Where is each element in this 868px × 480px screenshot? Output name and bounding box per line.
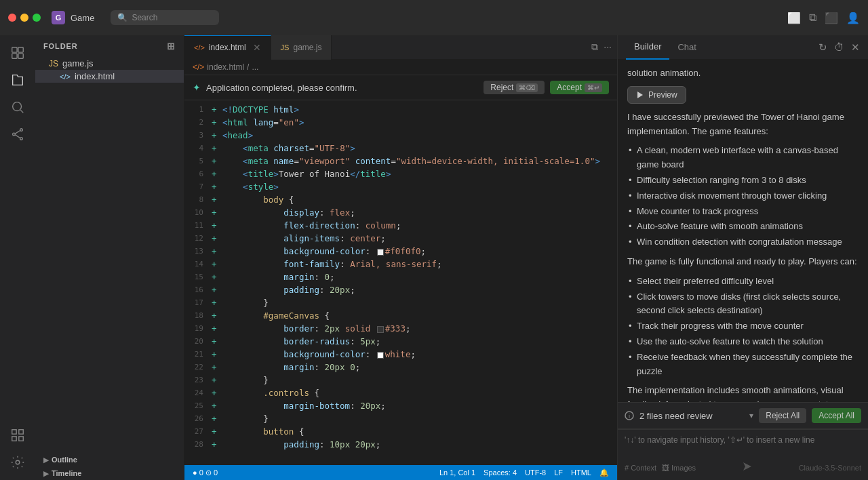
tab-label-index-html: index.html (209, 43, 246, 52)
activity-search[interactable] (5, 95, 30, 119)
preview-label: Preview (648, 90, 677, 100)
titlebar-icons: ⬜ ⧉ ⬛ 👤 (787, 12, 860, 24)
tab-close-index-html[interactable]: ✕ (253, 42, 261, 53)
accept-button[interactable]: Accept ⌘↵ (550, 81, 609, 94)
account-icon[interactable]: 👤 (846, 12, 860, 24)
feature-3: Interactive disk movement through tower … (627, 189, 859, 203)
search-placeholder: Search (132, 13, 157, 22)
reject-all-label: Reject All (766, 411, 800, 420)
preview-button[interactable]: Preview (627, 86, 686, 104)
breadcrumb-file-icon: </> (193, 62, 204, 72)
code-line-25: 25 + margin-bottom: 20px; (184, 399, 617, 412)
sidebar-section-timeline[interactable]: ▶ Timeline (35, 466, 184, 480)
refresh-icon[interactable]: ↻ (818, 41, 827, 54)
breadcrumb-sep: / (247, 62, 249, 72)
search-bar[interactable]: 🔍 Search (111, 10, 219, 25)
svg-rect-14 (19, 437, 23, 441)
code-line-23: 23 + } (184, 374, 617, 386)
code-line-8: 8 + body { (184, 193, 617, 206)
code-line-20: 20 + border-radius: 5px; (184, 335, 617, 348)
tab-actions: ⧉ ··· (586, 41, 617, 53)
code-editor[interactable]: 1 + <!DOCTYPE html> 2 + <html lang="en">… (184, 100, 617, 465)
tab-game-js[interactable]: JS game.js (271, 35, 332, 60)
sidebar-item-gamejs[interactable]: JS game.js (35, 57, 184, 70)
code-line-11: 11 + flex-direction: column; (184, 219, 617, 232)
activity-settings[interactable] (5, 450, 30, 475)
images-button[interactable]: 🖼 Images (662, 464, 696, 472)
svg-line-10 (15, 135, 20, 138)
history-icon[interactable]: ⏱ (834, 41, 844, 53)
activity-git[interactable] (5, 122, 30, 146)
tab-label-game-js: game.js (293, 43, 321, 52)
code-line-16: 16 + padding: 20px; (184, 283, 617, 296)
send-icon (742, 461, 753, 472)
review-label-text: files need review (647, 411, 713, 421)
player-action-1: Select their preferred difficulty level (627, 275, 859, 289)
breadcrumb-path: ... (252, 62, 258, 72)
svg-rect-1 (18, 47, 23, 52)
accept-all-button[interactable]: Accept All (812, 408, 861, 423)
sidebar-toggle-icon[interactable]: ⬜ (787, 12, 801, 24)
panel-tab-builder[interactable]: Builder (626, 35, 669, 60)
panel-players-intro: The game is fully functional and ready t… (627, 255, 859, 269)
app-title: Game (71, 13, 94, 23)
hash-icon: # (625, 464, 629, 472)
send-button[interactable] (742, 461, 753, 475)
tab-index-html[interactable]: </> index.html ✕ (184, 35, 271, 60)
chat-tab-label: Chat (677, 42, 696, 52)
code-line-22: 22 + margin: 20px 0; (184, 361, 617, 374)
chat-input-area: # Context 🖼 Images Claude-3.5-Sonnet (618, 429, 868, 480)
close-button[interactable] (8, 14, 16, 22)
context-button[interactable]: # Context (625, 464, 656, 472)
sidebar: Folder ⊞ JS game.js </> index.html ▶ Out… (35, 35, 184, 480)
panel-tabs: Builder Chat ↻ ⏱ ✕ (618, 35, 868, 60)
outline-label: Outline (52, 456, 77, 464)
context-label: Context (631, 464, 656, 472)
new-file-icon[interactable]: ⊞ (167, 41, 176, 52)
code-line-3: 3 + <head> (184, 129, 617, 142)
notification-bar: ✦ Application completed, please confirm.… (184, 75, 617, 100)
activity-extensions[interactable] (5, 423, 30, 447)
main-content: Folder ⊞ JS game.js </> index.html ▶ Out… (0, 35, 868, 480)
panel-content: solution animation. Preview I have succe… (618, 60, 868, 402)
split-editor-icon[interactable]: ⧉ (809, 12, 816, 24)
sidebar-section-outline[interactable]: ▶ Outline (35, 453, 184, 466)
images-label: Images (671, 464, 696, 472)
activity-explorer[interactable] (5, 41, 30, 65)
code-line-15: 15 + margin: 0; (184, 271, 617, 283)
code-line-10: 10 + display: flex; (184, 206, 617, 219)
more-actions-icon[interactable]: ··· (604, 41, 612, 53)
sidebar-item-indexhtml[interactable]: </> index.html (35, 70, 184, 83)
maximize-button[interactable] (33, 14, 41, 22)
player-action-2: Click towers to move disks (first click … (627, 290, 859, 319)
code-line-24: 24 + .controls { (184, 386, 617, 399)
panel-intro-text: solution animation. (627, 66, 859, 81)
status-dots: ● 0 ⊙ 0 (193, 468, 218, 477)
panel-toggle-icon[interactable]: ⬛ (825, 12, 838, 24)
model-label: Claude-3.5-Sonnet (799, 464, 861, 472)
review-count-text: 2 files need review (639, 411, 744, 421)
code-line-2: 2 + <html lang="en"> (184, 116, 617, 129)
editor-tabs: </> index.html ✕ JS game.js ⧉ ··· (184, 35, 617, 60)
review-icon: i (625, 411, 634, 420)
traffic-lights (8, 14, 41, 22)
svg-point-8 (20, 138, 23, 140)
split-editor-icon[interactable]: ⧉ (591, 41, 598, 53)
panel-features-list: A clean, modern web interface with a can… (627, 144, 859, 249)
svg-point-6 (20, 129, 23, 132)
svg-point-4 (13, 102, 22, 111)
close-panel-icon[interactable]: ✕ (851, 41, 860, 54)
reject-all-button[interactable]: Reject All (759, 408, 806, 423)
status-eol: LF (554, 468, 563, 477)
review-dropdown-icon[interactable]: ▾ (749, 411, 753, 420)
reject-button[interactable]: Reject ⌘⌫ (484, 81, 545, 94)
panel-content-intro: I have successfully previewed the Tower … (627, 111, 859, 139)
svg-rect-2 (12, 54, 17, 58)
code-line-6: 6 + <title>Tower of Hanoi</title> (184, 167, 617, 180)
activity-files[interactable] (5, 68, 30, 92)
chat-input[interactable] (625, 435, 861, 454)
feature-4: Move counter to track progress (627, 205, 859, 219)
minimize-button[interactable] (20, 14, 28, 22)
panel-tab-chat[interactable]: Chat (669, 35, 704, 60)
activity-bar (0, 35, 35, 480)
